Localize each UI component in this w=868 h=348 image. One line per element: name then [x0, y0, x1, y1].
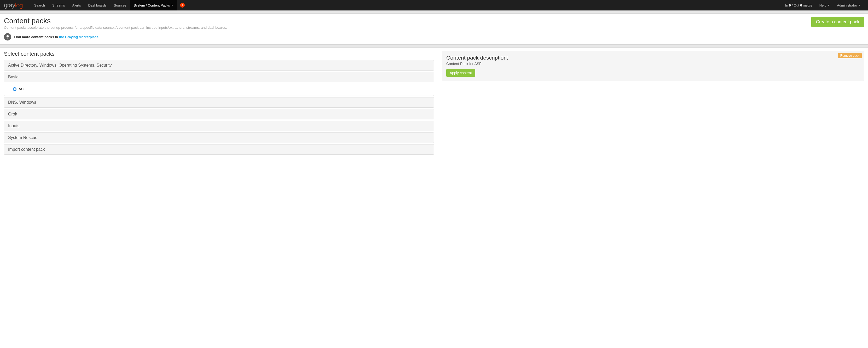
- notification-badge[interactable]: 2: [180, 3, 185, 7]
- nav-help[interactable]: Help: [816, 0, 834, 10]
- content-pack-group: Import content pack: [4, 144, 434, 155]
- separator-bar: [0, 10, 868, 13]
- left-column: Select content packs Active Directory, W…: [4, 51, 434, 156]
- content-pack-group: BasicASF: [4, 72, 434, 96]
- content-pack-group: System Rescue: [4, 132, 434, 143]
- chevron-down-icon: [858, 5, 861, 6]
- navbar: graylog Search Streams Alerts Dashboards…: [0, 0, 868, 10]
- group-heading[interactable]: Import content pack: [4, 145, 434, 154]
- hint-prefix: Find more content packs in: [14, 35, 59, 39]
- separator-bar: [0, 44, 868, 48]
- group-heading[interactable]: Grok: [4, 109, 434, 119]
- page-header-wrap: Content packs Content packs accelerate t…: [0, 13, 868, 44]
- nav-items: Search Streams Alerts Dashboards Sources…: [31, 0, 781, 10]
- content-pack-item[interactable]: ASF: [8, 87, 430, 91]
- io-stats: In 0 / Out 0 msg/s: [781, 3, 816, 7]
- nav-system-label: System / Content Packs: [133, 3, 170, 7]
- nav-help-label: Help: [819, 3, 827, 7]
- group-body: ASF: [4, 82, 434, 96]
- description-text: Content Pack for ASF: [446, 62, 860, 66]
- chevron-down-icon: [171, 5, 173, 6]
- chevron-down-icon: [828, 5, 830, 6]
- page-title: Content packs: [4, 17, 811, 25]
- description-title: Content pack description:: [446, 55, 860, 61]
- select-title: Select content packs: [4, 51, 434, 57]
- pack-icon: [13, 87, 17, 91]
- create-content-pack-button[interactable]: Create a content pack: [811, 17, 864, 27]
- nav-system-content-packs[interactable]: System / Content Packs: [130, 0, 177, 10]
- lightbulb-icon: [4, 33, 11, 40]
- group-heading[interactable]: DNS, Windows: [4, 97, 434, 107]
- right-column: Remove pack Content pack description: Co…: [442, 51, 864, 156]
- hint-text: Find more content packs in the Graylog M…: [14, 35, 99, 39]
- remove-pack-button[interactable]: Remove pack: [838, 53, 862, 58]
- content-pack-group: Grok: [4, 109, 434, 119]
- group-heading[interactable]: Basic: [4, 72, 434, 82]
- nav-dashboards[interactable]: Dashboards: [85, 0, 110, 10]
- group-heading[interactable]: Inputs: [4, 121, 434, 131]
- nav-streams[interactable]: Streams: [49, 0, 68, 10]
- io-in-prefix: In: [785, 3, 789, 7]
- io-in-value: 0: [789, 3, 791, 7]
- group-heading[interactable]: Active Directory, Windows, Operating Sys…: [4, 60, 434, 70]
- nav-right: In 0 / Out 0 msg/s Help Administrator: [781, 0, 864, 10]
- group-heading[interactable]: System Rescue: [4, 133, 434, 143]
- description-panel: Remove pack Content pack description: Co…: [442, 51, 864, 81]
- page-header: Content packs Content packs accelerate t…: [0, 13, 868, 44]
- content-pack-group: Inputs: [4, 121, 434, 131]
- io-suffix: msg/s: [802, 3, 812, 7]
- pack-item-label: ASF: [19, 87, 26, 91]
- hint-suffix: .: [98, 35, 99, 39]
- nav-admin-label: Administrator: [837, 3, 857, 7]
- nav-alerts[interactable]: Alerts: [68, 0, 84, 10]
- marketplace-link[interactable]: the Graylog Marketplace: [59, 35, 98, 39]
- content-pack-group: DNS, Windows: [4, 97, 434, 108]
- content-pack-group: Active Directory, Windows, Operating Sys…: [4, 60, 434, 70]
- content-pack-groups: Active Directory, Windows, Operating Sys…: [4, 60, 434, 155]
- hint-row: Find more content packs in the Graylog M…: [4, 33, 811, 40]
- page-subtitle: Content packs accelerate the set up proc…: [4, 26, 811, 30]
- content: Select content packs Active Directory, W…: [0, 48, 868, 159]
- apply-content-button[interactable]: Apply content: [446, 69, 475, 77]
- io-mid: / Out: [791, 3, 800, 7]
- nav-sources[interactable]: Sources: [110, 0, 130, 10]
- nav-administrator[interactable]: Administrator: [833, 0, 864, 10]
- nav-search[interactable]: Search: [31, 0, 49, 10]
- logo[interactable]: graylog: [4, 2, 23, 9]
